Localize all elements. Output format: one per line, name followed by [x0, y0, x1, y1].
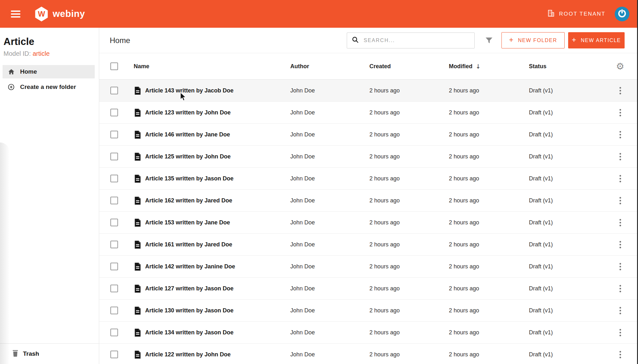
table-row[interactable]: Article 125 written by John Doe John Doe…	[99, 146, 638, 168]
row-checkbox[interactable]	[110, 285, 118, 292]
search-input[interactable]	[364, 38, 470, 43]
row-status: Draft (v1)	[529, 307, 616, 314]
kebab-menu-icon[interactable]	[616, 152, 624, 162]
tenant-selector[interactable]: ROOT TENANT	[547, 9, 605, 18]
row-name-link[interactable]: Article 153 written by Jane Doe	[145, 219, 290, 226]
kebab-menu-icon[interactable]	[616, 174, 624, 184]
new-folder-button[interactable]: + NEW FOLDER	[501, 32, 565, 48]
row-status: Draft (v1)	[529, 131, 616, 138]
hamburger-menu-icon[interactable]	[11, 11, 20, 18]
row-checkbox[interactable]	[110, 87, 118, 94]
row-name-link[interactable]: Article 134 written by Jason Doe	[145, 329, 290, 336]
kebab-menu-icon[interactable]	[616, 108, 624, 118]
row-checkbox[interactable]	[110, 175, 118, 182]
table-row[interactable]: Article 153 written by Jane Doe John Doe…	[99, 212, 638, 234]
table-row[interactable]: Article 134 written by Jason Doe John Do…	[99, 322, 638, 344]
kebab-menu-icon[interactable]	[616, 350, 624, 360]
row-status: Draft (v1)	[529, 109, 616, 116]
table-row[interactable]: Article 135 written by Jason Doe John Do…	[99, 168, 638, 190]
kebab-menu-icon[interactable]	[616, 218, 624, 228]
column-header-author[interactable]: Author	[290, 63, 369, 70]
row-checkbox[interactable]	[110, 263, 118, 270]
row-name-link[interactable]: Article 162 written by Jared Doe	[145, 197, 290, 204]
row-created: 2 hours ago	[369, 197, 449, 204]
select-all-checkbox[interactable]	[110, 62, 118, 70]
row-checkbox[interactable]	[110, 197, 118, 204]
plus-icon: +	[509, 36, 514, 44]
row-name-link[interactable]: Article 125 written by John Doe	[145, 153, 290, 160]
home-icon	[7, 68, 15, 76]
row-name-link[interactable]: Article 135 written by Jason Doe	[145, 175, 290, 182]
table-row[interactable]: Article 143 written by Jacob Doe John Do…	[99, 80, 638, 102]
row-modified: 2 hours ago	[449, 263, 529, 270]
plus-icon: +	[572, 36, 577, 44]
trash-button[interactable]: Trash	[0, 344, 99, 364]
table-row[interactable]: Article 146 written by Jane Doe John Doe…	[99, 124, 638, 146]
table-header: Name Author Created Modified ↓ Status ⚙	[99, 53, 638, 80]
kebab-menu-icon[interactable]	[616, 328, 624, 338]
row-checkbox[interactable]	[110, 153, 118, 160]
row-created: 2 hours ago	[369, 87, 449, 94]
row-checkbox[interactable]	[110, 219, 118, 226]
kebab-menu-icon[interactable]	[616, 284, 624, 294]
row-modified: 2 hours ago	[449, 307, 529, 314]
row-created: 2 hours ago	[369, 329, 449, 336]
row-checkbox[interactable]	[110, 307, 118, 314]
gear-icon[interactable]: ⚙	[616, 62, 624, 71]
row-status: Draft (v1)	[529, 87, 616, 94]
row-checkbox[interactable]	[110, 131, 118, 138]
gravatar-power-icon	[617, 9, 627, 19]
table-row[interactable]: Article 122 written by John Doe John Doe…	[99, 344, 638, 364]
row-name-link[interactable]: Article 122 written by John Doe	[145, 351, 290, 358]
table-row[interactable]: Article 162 written by Jared Doe John Do…	[99, 190, 638, 212]
row-name-link[interactable]: Article 130 written by Jason Doe	[145, 307, 290, 314]
row-status: Draft (v1)	[529, 219, 616, 226]
sidebar-item-label: Home	[20, 68, 37, 75]
column-header-modified-label: Modified	[449, 63, 472, 70]
row-checkbox[interactable]	[110, 109, 118, 116]
column-header-created[interactable]: Created	[369, 63, 449, 70]
new-article-label: NEW ARTICLE	[581, 38, 621, 43]
row-name-link[interactable]: Article 123 written by John Doe	[145, 109, 290, 116]
table-row[interactable]: Article 130 written by Jason Doe John Do…	[99, 300, 638, 322]
table-row[interactable]: Article 123 written by John Doe John Doe…	[99, 102, 638, 124]
kebab-menu-icon[interactable]	[616, 130, 624, 140]
row-checkbox[interactable]	[110, 241, 118, 248]
row-status: Draft (v1)	[529, 329, 616, 336]
column-header-status[interactable]: Status	[529, 63, 616, 70]
filter-icon[interactable]	[484, 36, 494, 45]
row-name-link[interactable]: Article 161 written by Jared Doe	[145, 241, 290, 248]
row-author: John Doe	[290, 153, 369, 160]
user-avatar[interactable]	[615, 7, 629, 21]
row-created: 2 hours ago	[369, 241, 449, 248]
row-created: 2 hours ago	[369, 219, 449, 226]
kebab-menu-icon[interactable]	[616, 306, 624, 316]
table-row[interactable]: Article 127 written by Jason Doe John Do…	[99, 278, 638, 300]
column-header-modified[interactable]: Modified ↓	[449, 63, 529, 70]
table-row[interactable]: Article 161 written by Jared Doe John Do…	[99, 234, 638, 256]
row-created: 2 hours ago	[369, 131, 449, 138]
row-checkbox[interactable]	[110, 351, 118, 358]
new-article-button[interactable]: + NEW ARTICLE	[568, 32, 625, 48]
kebab-menu-icon[interactable]	[616, 262, 624, 272]
document-icon	[134, 196, 145, 205]
row-modified: 2 hours ago	[449, 197, 529, 204]
create-folder-button[interactable]: Create a new folder	[3, 80, 95, 94]
kebab-menu-icon[interactable]	[616, 196, 624, 206]
row-author: John Doe	[290, 329, 369, 336]
row-checkbox[interactable]	[110, 329, 118, 336]
kebab-menu-icon[interactable]	[616, 86, 624, 96]
webiny-logo[interactable]: W webiny	[34, 6, 85, 22]
column-header-name[interactable]: Name	[134, 63, 290, 70]
row-author: John Doe	[290, 307, 369, 314]
row-name-link[interactable]: Article 142 written by Janine Doe	[145, 263, 290, 270]
kebab-menu-icon[interactable]	[616, 240, 624, 250]
row-name-link[interactable]: Article 146 written by Jane Doe	[145, 131, 290, 138]
row-modified: 2 hours ago	[449, 329, 529, 336]
row-name-link[interactable]: Article 127 written by Jason Doe	[145, 285, 290, 292]
row-author: John Doe	[290, 219, 369, 226]
table-row[interactable]: Article 142 written by Janine Doe John D…	[99, 256, 638, 278]
sidebar-item-home[interactable]: Home	[3, 65, 95, 78]
create-folder-label: Create a new folder	[20, 84, 76, 91]
row-name-link[interactable]: Article 143 written by Jacob Doe	[145, 87, 290, 94]
